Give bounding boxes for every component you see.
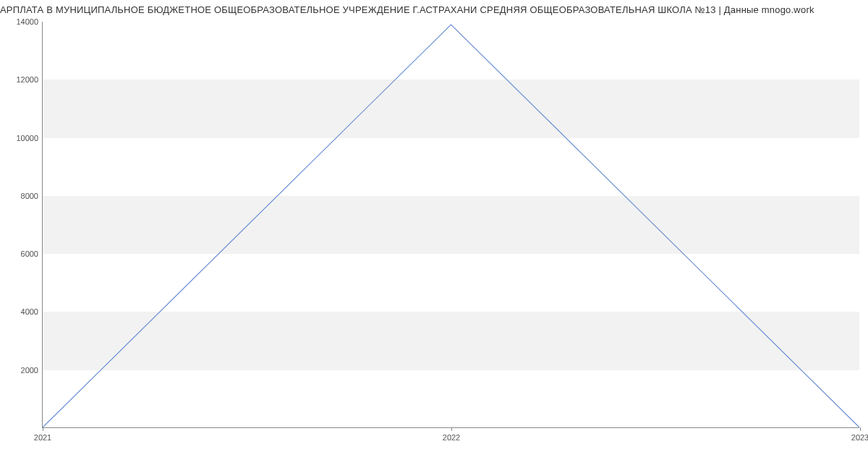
y-tick-label: 4000	[21, 307, 43, 316]
y-tick-label: 12000	[16, 75, 43, 84]
chart-container: АРПЛАТА В МУНИЦИПАЛЬНОЕ БЮДЖЕТНОЕ ОБЩЕОБ…	[0, 0, 868, 470]
line-chart-svg	[43, 22, 859, 427]
y-tick-label: 2000	[21, 366, 43, 375]
data-line	[43, 25, 859, 427]
y-tick-label: 8000	[21, 192, 43, 200]
x-tick-label: 2023	[851, 427, 868, 442]
y-tick-label: 10000	[16, 134, 43, 142]
plot-area: 2000400060008000100001200014000202120222…	[42, 22, 859, 428]
chart-title: АРПЛАТА В МУНИЦИПАЛЬНОЕ БЮДЖЕТНОЕ ОБЩЕОБ…	[0, 0, 868, 15]
x-tick-label: 2022	[443, 427, 460, 442]
y-tick-label: 6000	[21, 249, 43, 258]
x-tick-label: 2021	[34, 427, 51, 442]
y-tick-label: 14000	[16, 17, 43, 26]
